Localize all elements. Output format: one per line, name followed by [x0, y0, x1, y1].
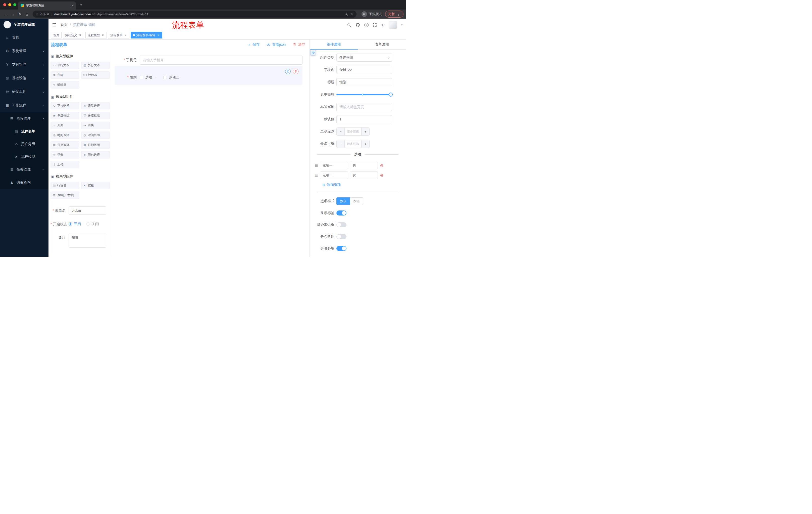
checkbox-option-2[interactable]: 选项二	[163, 75, 179, 80]
home-button[interactable]: ⌂	[24, 11, 30, 17]
sidebar-item-dev-tools[interactable]: ⚒ 研发工具 ∨	[0, 85, 49, 99]
field-name-input[interactable]	[337, 66, 392, 74]
option-value-input[interactable]	[350, 162, 378, 169]
delete-component-button[interactable]	[293, 69, 298, 74]
save-button[interactable]: ✓ 保存	[248, 43, 260, 47]
gender-field-row[interactable]: 性别 选项一 选项二	[115, 75, 302, 80]
component-item-checkbox-group[interactable]: ☑多选框组	[81, 112, 110, 119]
copy-component-button[interactable]	[285, 69, 291, 74]
radio-open[interactable]: 开启	[68, 220, 81, 228]
default-value-input[interactable]	[337, 115, 392, 123]
component-item-row-container[interactable]: ◫行容器	[51, 182, 79, 189]
component-item-rate[interactable]: ☆评分	[51, 151, 79, 158]
component-item-counter[interactable]: 123计数器	[81, 72, 110, 79]
component-item-button[interactable]: ☛按钮	[81, 182, 110, 189]
component-item-password[interactable]: ✱密码	[51, 72, 79, 79]
sidebar-item-infrastructure[interactable]: ⊡ 基础设施 ∨	[0, 72, 49, 85]
component-item-slider[interactable]: ─●滑块	[81, 122, 110, 129]
update-button[interactable]: 更新 ⋮	[385, 10, 404, 18]
avatar-caret-icon[interactable]: ▾	[401, 24, 403, 26]
phone-input[interactable]	[140, 56, 302, 64]
sidebar-item-task-management[interactable]: ≣ 任务管理 ∨	[0, 163, 49, 176]
view-json-button[interactable]: 查看json	[266, 43, 286, 47]
zoom-window-button[interactable]	[13, 3, 16, 6]
sidebar-item-process-model[interactable]: ➤ 流程模型	[0, 151, 49, 163]
component-item-cascader[interactable]: ⋔级联选择	[81, 102, 110, 109]
github-icon[interactable]	[355, 23, 360, 27]
breadcrumb-home[interactable]: 首页	[61, 23, 67, 27]
sidebar-item-home[interactable]: ⌂ 首页	[0, 31, 49, 44]
security-label[interactable]: 不安全	[40, 12, 50, 16]
slider-track[interactable]	[337, 94, 392, 95]
option-label-input[interactable]	[320, 162, 348, 169]
close-icon[interactable]: ×	[78, 33, 82, 37]
decrease-button[interactable]: −	[337, 128, 345, 135]
collapse-sidebar-icon[interactable]	[52, 23, 57, 27]
close-icon[interactable]: ×	[101, 33, 105, 37]
tab-close-icon[interactable]: ×	[71, 3, 74, 7]
tag-process-model[interactable]: 流程模型 ×	[85, 32, 107, 38]
component-type-select[interactable]: 多选框组 ∨	[337, 54, 392, 62]
address-bar[interactable]: ⚠ 不安全 | dashboard.yudao.iocoder.cn/bpm/m…	[33, 10, 356, 18]
max-select-value[interactable]: 最多可选	[345, 140, 361, 147]
font-size-icon[interactable]: T↕	[381, 23, 385, 27]
sidebar-item-workflow[interactable]: ▦ 工作流程 ∧	[0, 99, 49, 112]
component-item-textarea[interactable]: ▤多行文本	[81, 62, 110, 69]
min-select-value[interactable]: 至少应选	[345, 128, 361, 135]
remove-option-icon[interactable]: ⊖	[380, 173, 384, 178]
sidebar-item-system-management[interactable]: ⚙ 系统管理 ∨	[0, 44, 49, 58]
option-value-input[interactable]	[350, 171, 378, 179]
drag-handle-icon[interactable]: ☰	[315, 163, 318, 167]
increase-button[interactable]: +	[361, 140, 369, 147]
form-remark-textarea[interactable]: 嘿嘿	[68, 234, 106, 248]
browser-tab[interactable]: 芋道管理系统 ×	[18, 1, 76, 9]
style-default-button[interactable]: 默认	[337, 197, 350, 205]
component-item-select[interactable]: ⊙下拉选择	[51, 102, 79, 109]
link-icon[interactable]	[310, 50, 316, 56]
browser-menu-icon[interactable]: ⋮	[397, 12, 401, 16]
back-button[interactable]: ←	[2, 11, 9, 17]
close-window-button[interactable]	[3, 3, 6, 6]
new-tab-button[interactable]: +	[80, 2, 82, 7]
component-item-time-range[interactable]: ◶时间范围	[81, 132, 110, 139]
sidebar-item-user-group[interactable]: ☺ 用户分组	[0, 138, 49, 151]
component-item-switch[interactable]: ◐开关	[51, 122, 79, 129]
option-label-input[interactable]	[320, 171, 348, 179]
tag-process-form-edit[interactable]: 流程表单-编辑 ×	[130, 32, 162, 38]
component-item-table[interactable]: ⊞表格[开发中]	[51, 192, 79, 199]
phone-field-row[interactable]: 手机号	[115, 56, 302, 64]
help-icon[interactable]: ?	[364, 23, 369, 27]
title-input[interactable]	[337, 78, 392, 86]
component-item-color-picker[interactable]: ◈颜色选择	[81, 151, 110, 158]
sidebar-item-process-form[interactable]: ▤ 流程表单	[0, 125, 49, 138]
key-icon[interactable]	[344, 12, 348, 16]
fullscreen-icon[interactable]	[373, 23, 377, 27]
tag-home[interactable]: 首页	[51, 32, 62, 38]
tab-form-properties[interactable]: 表单属性	[358, 39, 406, 49]
show-label-switch[interactable]	[337, 211, 346, 216]
bookmark-star-icon[interactable]: ☆	[350, 12, 353, 16]
form-canvas[interactable]: 手机号	[112, 50, 310, 257]
tag-process-definition[interactable]: 流程定义 ×	[63, 32, 84, 38]
component-item-time-picker[interactable]: ◷时间选择	[51, 132, 79, 139]
minimize-window-button[interactable]	[8, 3, 11, 6]
component-item-upload[interactable]: ↥上传	[51, 161, 79, 168]
form-name-input[interactable]	[68, 207, 106, 215]
decrease-button[interactable]: −	[337, 140, 345, 147]
slider-handle[interactable]	[389, 92, 393, 97]
selected-component[interactable]: 性别 选项一 选项二	[115, 66, 302, 85]
reload-button[interactable]: ↻	[17, 11, 23, 17]
logo-row[interactable]: 芋道管理系统	[0, 19, 49, 31]
sidebar-item-process-management[interactable]: ☰ 流程管理 ∧	[0, 112, 49, 125]
remove-option-icon[interactable]: ⊖	[380, 163, 384, 168]
component-item-editor[interactable]: ✎编辑器	[51, 81, 79, 88]
sidebar-item-leave-query[interactable]: ♟ 请假查询	[0, 176, 49, 189]
required-switch[interactable]	[337, 246, 346, 251]
tag-process-form[interactable]: 流程表单 ×	[108, 32, 129, 38]
clear-button[interactable]: 清空	[293, 43, 305, 47]
close-icon[interactable]: ×	[156, 33, 160, 37]
component-item-date-picker[interactable]: ▦日期选择	[51, 141, 79, 148]
tag-width-input[interactable]	[337, 103, 392, 111]
sidebar-item-payment-management[interactable]: ¥ 支付管理 ∨	[0, 58, 49, 72]
component-item-radio-group[interactable]: ◉单选框组	[51, 112, 79, 119]
